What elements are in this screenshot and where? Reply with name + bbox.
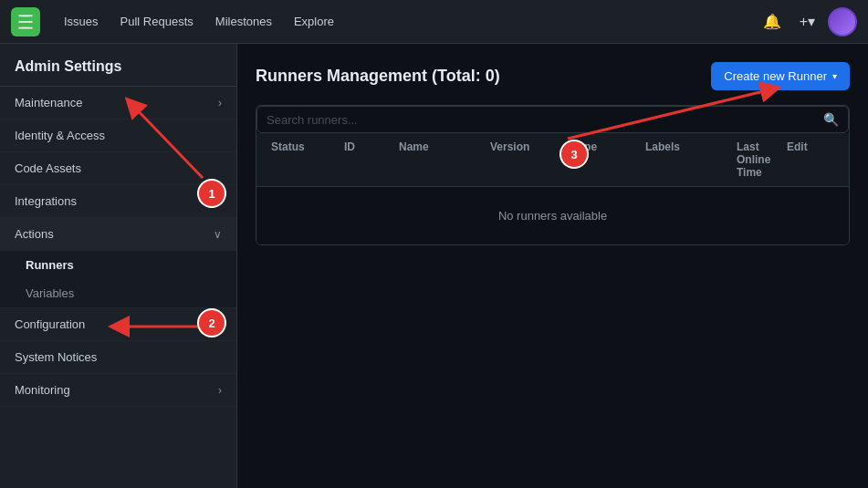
col-last-online: Last Online Time xyxy=(733,140,783,179)
top-navigation: Issues Pull Requests Milestones Explore … xyxy=(0,0,868,44)
col-edit: Edit xyxy=(783,140,838,179)
sidebar-item-runners[interactable]: Runners xyxy=(0,251,236,279)
chevron-right-icon: › xyxy=(218,318,222,331)
nav-issues[interactable]: Issues xyxy=(55,9,108,34)
col-version: Version xyxy=(486,140,569,179)
sidebar-item-monitoring-label: Monitoring xyxy=(15,383,70,397)
nav-explore[interactable]: Explore xyxy=(285,9,343,34)
col-name: Name xyxy=(395,140,486,179)
sidebar-item-identity-access[interactable]: Identity & Access xyxy=(0,119,236,152)
create-runner-button[interactable]: Create new Runner ▾ xyxy=(711,62,850,90)
nav-right: 🔔 + ▾ xyxy=(758,7,857,36)
sidebar-item-integrations-label: Integrations xyxy=(15,194,77,208)
create-runner-label: Create new Runner xyxy=(724,69,827,83)
search-bar: 🔍 xyxy=(256,106,849,133)
sidebar-item-variables[interactable]: Variables xyxy=(0,279,236,307)
user-avatar[interactable] xyxy=(828,7,857,36)
plus-button[interactable]: + ▾ xyxy=(794,7,821,36)
sidebar-item-monitoring[interactable]: Monitoring › xyxy=(0,374,236,407)
dropdown-arrow-icon: ▾ xyxy=(832,71,837,81)
sidebar-item-maintenance[interactable]: Maintenance › xyxy=(0,87,236,119)
table-header: Status ID Name Version Type Labels Last … xyxy=(256,133,849,187)
sidebar-actions-submenu: Runners Variables xyxy=(0,251,236,308)
sidebar-item-code-assets[interactable]: Code Assets xyxy=(0,152,236,185)
col-type: Type xyxy=(569,140,642,179)
chevron-down-icon: ∨ xyxy=(214,228,222,241)
main-layout: Admin Settings Maintenance › Identity & … xyxy=(0,44,868,488)
nav-pull-requests[interactable]: Pull Requests xyxy=(111,9,203,34)
site-logo[interactable] xyxy=(11,7,40,36)
sidebar-item-actions-label: Actions xyxy=(15,227,54,241)
notification-button[interactable]: 🔔 xyxy=(758,7,787,36)
col-id: ID xyxy=(340,140,395,179)
nav-links: Issues Pull Requests Milestones Explore xyxy=(55,9,343,34)
content-header: Runners Management (Total: 0) Create new… xyxy=(256,62,850,90)
sidebar-item-identity-label: Identity & Access xyxy=(15,129,105,142)
chevron-right-icon: › xyxy=(218,97,222,109)
col-status: Status xyxy=(267,140,340,179)
chevron-right-icon: › xyxy=(218,384,222,397)
sidebar-title: Admin Settings xyxy=(0,44,236,87)
sidebar-item-actions[interactable]: Actions ∨ xyxy=(0,218,236,251)
sidebar-item-maintenance-label: Maintenance xyxy=(15,96,82,109)
empty-state: No runners available xyxy=(256,187,849,244)
page-title: Runners Management (Total: 0) xyxy=(256,67,500,86)
sidebar-item-configuration-label: Configuration xyxy=(15,317,85,331)
sidebar: Admin Settings Maintenance › Identity & … xyxy=(0,44,237,488)
search-icon: 🔍 xyxy=(823,112,839,127)
sidebar-item-configuration[interactable]: Configuration › xyxy=(0,308,236,341)
chevron-right-icon: › xyxy=(218,195,222,208)
col-labels: Labels xyxy=(642,140,733,179)
sidebar-item-code-label: Code Assets xyxy=(15,161,81,175)
runners-table: 🔍 Status ID Name Version Type Labels Las… xyxy=(256,105,850,245)
search-input[interactable] xyxy=(267,113,823,127)
nav-milestones[interactable]: Milestones xyxy=(206,9,281,34)
sidebar-item-system-notices[interactable]: System Notices xyxy=(0,341,236,374)
main-content: Runners Management (Total: 0) Create new… xyxy=(237,44,868,488)
sidebar-item-system-notices-label: System Notices xyxy=(15,350,97,364)
sidebar-item-integrations[interactable]: Integrations › xyxy=(0,185,236,218)
